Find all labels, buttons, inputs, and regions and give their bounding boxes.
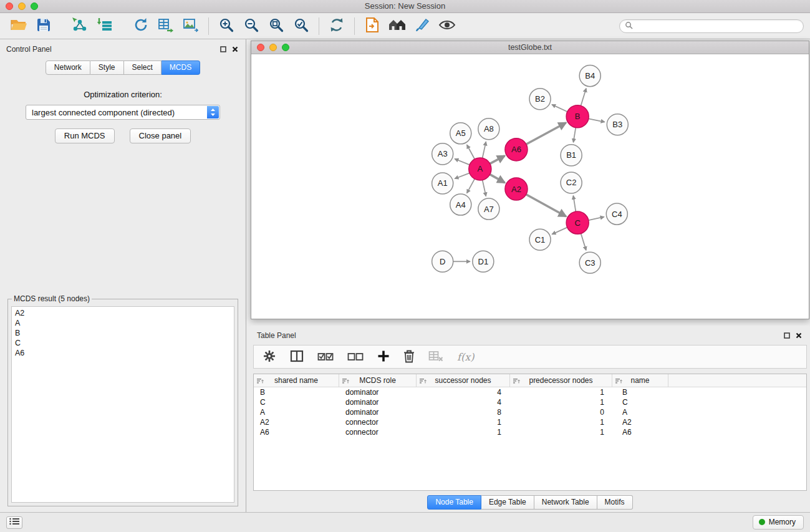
import-network-button[interactable]	[67, 15, 92, 37]
style-button[interactable]	[410, 15, 435, 37]
zoom-network-window-button[interactable]	[282, 44, 289, 51]
table-settings-button[interactable]	[263, 349, 276, 365]
column-header-predecessor-nodes[interactable]: predecessor nodes	[510, 374, 612, 387]
mcds-result-item[interactable]: B	[15, 328, 231, 338]
minimize-network-window-button[interactable]	[269, 44, 277, 51]
tab-motifs[interactable]: Motifs	[597, 495, 633, 510]
tab-select[interactable]: Select	[124, 60, 162, 75]
add-column-button[interactable]	[377, 350, 390, 364]
graph-edge-A-A7[interactable]	[482, 180, 486, 196]
graph-node-A5[interactable]: A5	[450, 123, 471, 144]
tab-network-table[interactable]: Network Table	[534, 495, 597, 510]
mcds-result-item[interactable]: A	[15, 318, 231, 328]
minimize-window-button[interactable]	[18, 2, 26, 10]
graph-edge-C-C1[interactable]	[552, 227, 567, 234]
graph-node-C4[interactable]: C4	[606, 203, 627, 225]
graph-edge-C-C2[interactable]	[573, 196, 576, 213]
graph-node-A3[interactable]: A3	[432, 143, 453, 165]
graph-node-B[interactable]: B	[566, 105, 589, 128]
select-columns-button[interactable]	[290, 350, 304, 364]
mcds-result-item[interactable]: A6	[15, 348, 231, 358]
zoom-fit-button[interactable]	[264, 15, 289, 37]
graph-node-B4[interactable]: B4	[579, 65, 600, 87]
table-row[interactable]: A2connector11A2	[254, 417, 806, 427]
home-button[interactable]	[385, 15, 410, 37]
graph-node-B2[interactable]: B2	[529, 89, 551, 110]
table-row[interactable]: A6connector11A6	[254, 427, 806, 437]
delete-table-button[interactable]	[428, 350, 443, 364]
select-all-rows-button[interactable]	[317, 350, 334, 364]
graph-edge-B-B1[interactable]	[573, 127, 576, 143]
graph-node-A4[interactable]: A4	[450, 194, 471, 215]
close-panel-button[interactable]: Close panel	[130, 128, 191, 143]
deselect-all-rows-button[interactable]	[347, 350, 364, 364]
table-row[interactable]: Adominator80A	[254, 407, 806, 417]
graph-node-A6[interactable]: A6	[505, 138, 528, 161]
graph-edge-B-B4[interactable]	[581, 89, 586, 107]
graph-edge-A-A6[interactable]	[489, 156, 505, 164]
show-graphics-button[interactable]	[435, 15, 460, 37]
graph-edge-B-B2[interactable]	[552, 105, 568, 112]
graph-edge-A-A3[interactable]	[455, 159, 470, 165]
tab-edge-table[interactable]: Edge Table	[481, 495, 534, 510]
close-panel-icon[interactable]	[232, 44, 238, 55]
mcds-result-item[interactable]: C	[15, 338, 231, 348]
column-header-successor-nodes[interactable]: successor nodes	[417, 374, 510, 387]
mcds-result-item[interactable]: A2	[15, 308, 231, 318]
graph-node-D1[interactable]: D1	[473, 251, 494, 272]
float-table-panel-icon[interactable]	[784, 330, 790, 341]
memory-button[interactable]: Memory	[753, 515, 804, 530]
run-mcds-button[interactable]: Run MCDS	[55, 128, 115, 143]
column-header-name[interactable]: name	[612, 374, 668, 387]
graph-edge-A-A8[interactable]	[482, 142, 486, 158]
tab-mcds[interactable]: MCDS	[162, 60, 200, 75]
float-panel-icon[interactable]	[220, 44, 226, 55]
graph-node-C[interactable]: C	[566, 211, 589, 234]
graph-node-C1[interactable]: C1	[529, 229, 551, 250]
graph-node-B1[interactable]: B1	[561, 145, 582, 166]
tab-node-table[interactable]: Node Table	[427, 495, 481, 510]
graph-node-A7[interactable]: A7	[478, 198, 499, 220]
save-session-button[interactable]	[31, 15, 56, 37]
graph-edge-A6-B[interactable]	[526, 123, 566, 145]
open-file-button[interactable]	[6, 15, 31, 37]
column-header-shared-name[interactable]: shared name	[254, 374, 339, 387]
import-table-button[interactable]	[92, 15, 117, 37]
graph-node-A2[interactable]: A2	[505, 178, 528, 200]
zoom-in-button[interactable]	[214, 15, 239, 37]
task-history-button[interactable]	[6, 516, 22, 529]
graph-edge-A-A1[interactable]	[455, 173, 470, 178]
first-neighbors-button[interactable]	[360, 15, 385, 37]
close-network-window-button[interactable]	[257, 44, 264, 51]
delete-column-button[interactable]	[403, 349, 415, 365]
zoom-out-button[interactable]	[239, 15, 264, 37]
export-network-button[interactable]	[128, 15, 153, 37]
table-row[interactable]: Bdominator41B	[254, 387, 806, 397]
criterion-select[interactable]: largest connected component (directed)	[26, 105, 220, 120]
export-image-button[interactable]	[178, 15, 203, 37]
table-row[interactable]: Cdominator41C	[254, 397, 806, 407]
column-header-mcds-role[interactable]: MCDS role	[339, 374, 417, 387]
search-input[interactable]	[636, 22, 798, 31]
tab-style[interactable]: Style	[90, 60, 124, 75]
graph-node-A8[interactable]: A8	[478, 118, 499, 140]
zoom-selected-button[interactable]	[289, 15, 314, 37]
graph-node-C2[interactable]: C2	[561, 172, 582, 193]
function-builder-button[interactable]: f(x)	[457, 351, 474, 363]
graph-edge-A2-C[interactable]	[526, 194, 566, 216]
close-table-panel-icon[interactable]	[796, 330, 802, 341]
graph-edge-C-C4[interactable]	[588, 217, 604, 221]
graph-edge-B-B3[interactable]	[588, 118, 605, 122]
close-window-button[interactable]	[6, 2, 13, 10]
graph-node-A1[interactable]: A1	[432, 173, 453, 194]
graph-node-D[interactable]: D	[432, 251, 453, 272]
tab-network[interactable]: Network	[46, 60, 90, 75]
network-canvas[interactable]: B4B2BB3A8A5A6B1A3AC2A1A2A4A7C4CC1C3DD1	[251, 54, 809, 319]
graph-edge-A-A5[interactable]	[467, 145, 475, 160]
graph-node-C3[interactable]: C3	[579, 252, 600, 273]
graph-node-B3[interactable]: B3	[607, 114, 628, 135]
export-table-button[interactable]	[153, 15, 178, 37]
graph-node-A[interactable]: A	[469, 158, 491, 180]
apply-layout-button[interactable]	[324, 15, 349, 37]
graph-edge-A-A2[interactable]	[489, 174, 505, 183]
